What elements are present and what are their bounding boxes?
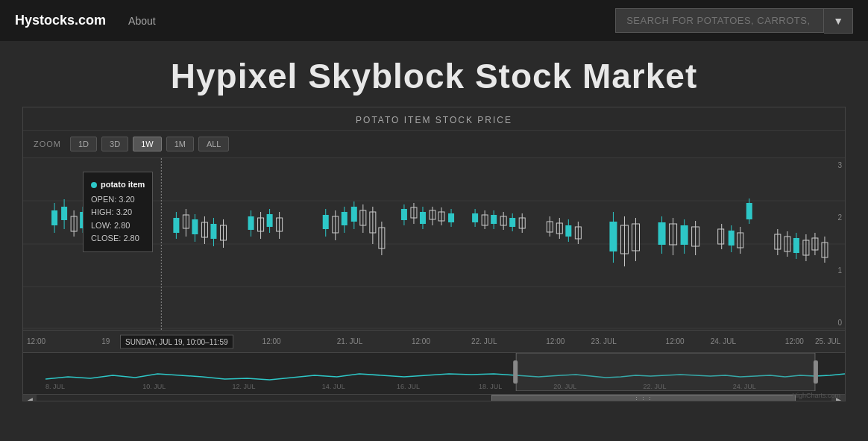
page-title: Hypixel Skyblock Stock Market [22, 56, 846, 96]
svg-rect-98 [658, 222, 666, 245]
svg-rect-140 [814, 360, 818, 384]
scroll-thumb[interactable]: ⋮⋮⋮ [491, 395, 796, 401]
zoom-3d-button[interactable]: 3D [101, 137, 128, 151]
svg-rect-108 [729, 231, 735, 245]
svg-text:20. JUL: 20. JUL [553, 383, 576, 390]
search-container: ▼ [615, 8, 853, 34]
time-crosshair: SUNDAY, JUL 19, 10:00–11:59 [120, 334, 233, 348]
svg-text:24. JUL: 24. JUL [711, 337, 737, 345]
svg-rect-70 [448, 213, 454, 222]
main-content: Hypixel Skyblock Stock Market POTATO ITE… [0, 41, 868, 409]
svg-text:16. JUL: 16. JUL [397, 383, 420, 390]
svg-rect-118 [793, 238, 799, 253]
svg-rect-50 [342, 212, 347, 225]
svg-text:22. JUL: 22. JUL [644, 383, 667, 390]
zoom-all-button[interactable]: ALL [198, 137, 230, 151]
nav-left: Hystocks.com About [15, 13, 156, 28]
search-dropdown-button[interactable]: ▼ [824, 8, 853, 34]
time-axis: 12:00 19 20. JUL 12:00 21. JUL 12:00 22.… [23, 330, 845, 352]
zoom-bar: ZOOM 1D 3D 1W 1M ALL [23, 131, 845, 158]
svg-text:12:00: 12:00 [412, 337, 430, 345]
svg-text:8. JUL: 8. JUL [45, 383, 65, 390]
svg-rect-80 [509, 218, 515, 227]
svg-rect-38 [248, 216, 254, 230]
svg-text:22. JUL: 22. JUL [471, 337, 497, 345]
svg-rect-60 [401, 209, 407, 220]
svg-text:12:00: 12:00 [666, 337, 685, 345]
svg-rect-52 [351, 207, 357, 222]
nav-logo[interactable]: Hystocks.com [15, 13, 106, 28]
svg-rect-8 [61, 207, 67, 220]
svg-text:12:00: 12:00 [546, 337, 564, 345]
svg-rect-46 [323, 215, 329, 229]
svg-text:18. JUL: 18. JUL [479, 383, 502, 390]
svg-text:23. JUL: 23. JUL [591, 337, 617, 345]
mini-chart-svg: 8. JUL 10. JUL 12. JUL 14. JUL 16. JUL 1… [23, 353, 845, 391]
svg-text:21. JUL: 21. JUL [337, 337, 363, 345]
candlestick-chart[interactable]: 3 2 1 0 [23, 158, 845, 330]
svg-rect-106 [718, 229, 724, 244]
svg-rect-26 [173, 218, 179, 233]
svg-text:14. JUL: 14. JUL [322, 383, 345, 390]
svg-text:24. JUL: 24. JUL [733, 383, 756, 390]
tooltip-open: OPEN: 3.20 [91, 193, 145, 207]
tooltip-close: CLOSE: 2.80 [91, 232, 145, 245]
svg-rect-139 [513, 360, 518, 384]
svg-rect-102 [681, 225, 688, 245]
zoom-1m-button[interactable]: 1M [166, 137, 194, 151]
svg-rect-112 [746, 203, 752, 219]
svg-rect-34 [210, 224, 216, 239]
tooltip-title: Potato Item [91, 178, 145, 192]
mini-chart[interactable]: 8. JUL 10. JUL 12. JUL 14. JUL 16. JUL 1… [23, 352, 845, 401]
tooltip-high: HIGH: 3.20 [91, 206, 145, 219]
navbar: Hystocks.com About ▼ [0, 0, 868, 41]
zoom-label: ZOOM [34, 140, 61, 148]
svg-rect-88 [565, 225, 571, 237]
tooltip-low: LOW: 2.80 [91, 219, 145, 233]
svg-text:12. JUL: 12. JUL [233, 383, 256, 390]
svg-rect-72 [472, 213, 478, 222]
search-input[interactable] [615, 8, 824, 33]
svg-text:19: 19 [101, 337, 110, 345]
chart-title: POTATO ITEM STOCK PRICE [23, 107, 845, 131]
zoom-1w-button[interactable]: 1W [133, 137, 162, 151]
svg-text:12:00: 12:00 [785, 337, 804, 345]
tooltip-dot [91, 182, 97, 188]
tooltip: Potato Item OPEN: 3.20 HIGH: 3.20 LOW: 2… [83, 172, 153, 252]
nav-about-link[interactable]: About [128, 15, 156, 27]
svg-text:12:00: 12:00 [262, 337, 281, 345]
mini-scrollbar[interactable]: ◀ ⋮⋮⋮ ▶ [23, 394, 845, 401]
svg-text:25. JUL: 25. JUL [815, 337, 841, 345]
svg-rect-92 [609, 222, 617, 251]
svg-rect-64 [420, 212, 426, 224]
svg-text:12:00: 12:00 [27, 337, 45, 345]
chart-container: POTATO ITEM STOCK PRICE ZOOM 1D 3D 1W 1M… [22, 107, 846, 401]
tooltip-item-name: Potato Item [101, 178, 145, 192]
svg-rect-42 [267, 214, 273, 227]
svg-rect-76 [491, 215, 497, 224]
zoom-1d-button[interactable]: 1D [70, 137, 97, 151]
highcharts-watermark: HighCharts.com [792, 392, 840, 399]
svg-rect-30 [192, 219, 198, 234]
scroll-left-button[interactable]: ◀ [23, 395, 37, 401]
svg-text:10. JUL: 10. JUL [142, 383, 166, 390]
svg-rect-6 [51, 210, 57, 225]
